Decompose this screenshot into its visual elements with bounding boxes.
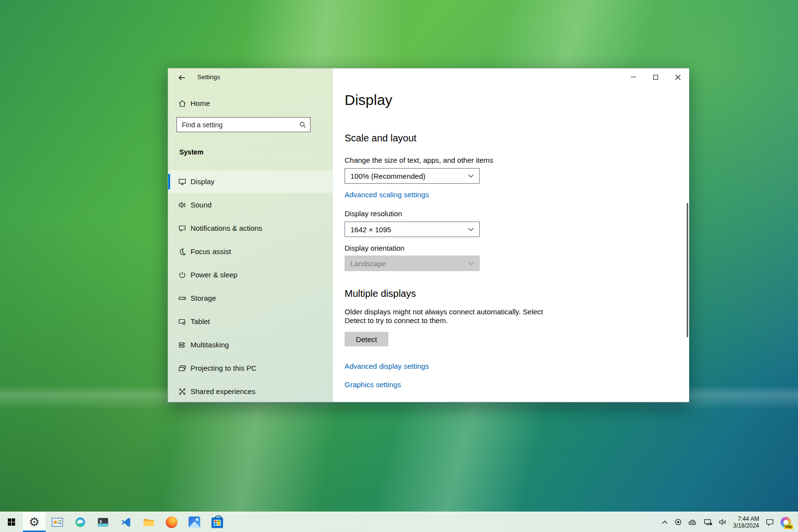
taskbar-firefox-button[interactable] bbox=[160, 512, 183, 532]
taskbar-edge-button[interactable] bbox=[69, 512, 91, 532]
taskbar-file-explorer-button[interactable] bbox=[137, 512, 160, 532]
taskbar-store-button[interactable] bbox=[206, 512, 228, 532]
chevron-up-icon bbox=[661, 519, 668, 525]
taskbar-vscode-button[interactable] bbox=[114, 512, 137, 532]
titlebar-left: Settings bbox=[168, 69, 333, 86]
taskbar-terminal-button[interactable] bbox=[91, 512, 114, 532]
maximize-icon bbox=[653, 75, 658, 80]
speaker-icon bbox=[719, 518, 727, 526]
action-center-icon bbox=[765, 518, 774, 526]
window-title: Settings bbox=[197, 73, 220, 81]
notifications-icon bbox=[178, 224, 187, 233]
sidebar-item-sound[interactable]: Sound bbox=[168, 194, 333, 216]
sidebar-item-storage[interactable]: Storage bbox=[168, 287, 333, 309]
multiple-displays-heading: Multiple displays bbox=[345, 288, 416, 299]
gear-icon: ⚙ bbox=[29, 516, 39, 528]
detect-button[interactable]: Detect bbox=[345, 332, 388, 346]
settings-window: Settings Home System bbox=[168, 68, 689, 402]
tray-expand-button[interactable] bbox=[661, 519, 668, 525]
tray-time: 7:44 AM bbox=[733, 515, 759, 522]
vscode-icon bbox=[120, 516, 132, 528]
taskbar-control-panel-button[interactable] bbox=[46, 512, 69, 532]
sidebar-item-multitasking[interactable]: Multitasking bbox=[168, 334, 333, 356]
settings-content: Display Scale and layout Change the size… bbox=[333, 69, 689, 402]
record-circle-icon bbox=[675, 518, 682, 526]
power-icon bbox=[178, 271, 187, 279]
page-title: Display bbox=[345, 92, 392, 108]
system-tray: 7:44 AM 3/18/2024 PRE bbox=[661, 512, 798, 532]
scale-dropdown[interactable]: 100% (Recommended) bbox=[345, 168, 480, 184]
meet-now-button[interactable] bbox=[675, 518, 682, 526]
settings-sidebar: Settings Home System bbox=[168, 69, 333, 402]
sidebar-item-projecting[interactable]: Projecting to this PC bbox=[168, 357, 333, 379]
control-panel-icon bbox=[52, 517, 63, 527]
desktop-wallpaper: Settings Home System bbox=[0, 0, 798, 532]
display-icon bbox=[178, 177, 187, 186]
close-icon bbox=[675, 74, 681, 80]
chevron-down-icon bbox=[468, 227, 474, 231]
edge-icon bbox=[74, 516, 86, 528]
copilot-button[interactable]: PRE bbox=[781, 517, 791, 528]
vertical-scrollbar[interactable] bbox=[687, 203, 688, 337]
tablet-icon bbox=[178, 317, 187, 326]
window-controls bbox=[622, 69, 689, 86]
network-icon bbox=[704, 518, 712, 526]
shared-experiences-icon bbox=[178, 387, 187, 396]
photos-icon bbox=[189, 516, 200, 528]
advanced-scaling-link[interactable]: Advanced scaling settings bbox=[345, 190, 429, 199]
resolution-dropdown[interactable]: 798 × 532 bbox=[345, 222, 480, 237]
size-label: Change the size of text, apps, and other… bbox=[345, 156, 493, 164]
graphics-settings-link[interactable]: Graphics settings bbox=[345, 380, 401, 389]
search-box bbox=[176, 117, 311, 132]
network-button[interactable] bbox=[704, 518, 712, 526]
scale-layout-heading: Scale and layout bbox=[345, 133, 416, 144]
firefox-icon bbox=[166, 516, 177, 528]
sound-icon bbox=[178, 201, 187, 209]
terminal-icon bbox=[97, 516, 109, 528]
taskbar-clock[interactable]: 7:44 AM 3/18/2024 bbox=[733, 515, 759, 529]
taskbar-settings-button[interactable]: ⚙ bbox=[23, 512, 46, 532]
start-button[interactable] bbox=[0, 512, 23, 532]
minimize-icon bbox=[631, 77, 636, 77]
sidebar-nav-list: Display Sound Notifications & actions bbox=[168, 171, 333, 404]
focus-assist-icon bbox=[178, 247, 187, 256]
chevron-down-icon bbox=[468, 174, 474, 178]
minimize-button[interactable] bbox=[622, 69, 644, 86]
taskbar-photos-button[interactable] bbox=[183, 512, 206, 532]
tray-date: 3/18/2024 bbox=[733, 522, 759, 529]
windows-logo-icon bbox=[8, 518, 16, 526]
storage-icon bbox=[178, 294, 187, 303]
search-input[interactable] bbox=[177, 118, 310, 132]
back-button[interactable] bbox=[175, 72, 188, 83]
home-icon bbox=[178, 99, 187, 108]
sidebar-item-shared-experiences[interactable]: Shared experiences bbox=[168, 380, 333, 403]
taskbar: ⚙ bbox=[0, 512, 798, 532]
multitasking-icon bbox=[178, 341, 187, 349]
chevron-down-icon bbox=[468, 261, 474, 265]
multiple-displays-description: Older displays might not always connect … bbox=[345, 308, 564, 325]
sidebar-item-home[interactable]: Home bbox=[168, 96, 333, 111]
file-explorer-icon bbox=[143, 517, 155, 528]
advanced-display-link[interactable]: Advanced display settings bbox=[345, 362, 429, 370]
maximize-button[interactable] bbox=[644, 69, 667, 86]
sidebar-item-power-sleep[interactable]: Power & sleep bbox=[168, 264, 333, 286]
sidebar-item-focus-assist[interactable]: Focus assist bbox=[168, 240, 333, 263]
volume-button[interactable] bbox=[719, 518, 727, 526]
orientation-dropdown: Landscape bbox=[345, 256, 480, 271]
search-icon bbox=[299, 121, 307, 129]
taskbar-apps: ⚙ bbox=[0, 512, 228, 532]
back-arrow-icon bbox=[177, 73, 186, 82]
cloud-icon bbox=[688, 519, 697, 526]
onedrive-button[interactable] bbox=[688, 519, 697, 526]
action-center-button[interactable] bbox=[765, 518, 774, 526]
copilot-preview-badge: PRE bbox=[784, 525, 793, 529]
projecting-icon bbox=[178, 364, 187, 373]
sidebar-item-notifications[interactable]: Notifications & actions bbox=[168, 217, 333, 240]
orientation-label: Display orientation bbox=[345, 244, 404, 252]
sidebar-item-display[interactable]: Display bbox=[168, 171, 333, 193]
sidebar-item-tablet[interactable]: Tablet bbox=[168, 310, 333, 333]
sidebar-section-header: System bbox=[179, 148, 204, 156]
home-label: Home bbox=[191, 99, 210, 107]
close-button[interactable] bbox=[667, 69, 689, 86]
microsoft-store-icon bbox=[211, 517, 223, 528]
